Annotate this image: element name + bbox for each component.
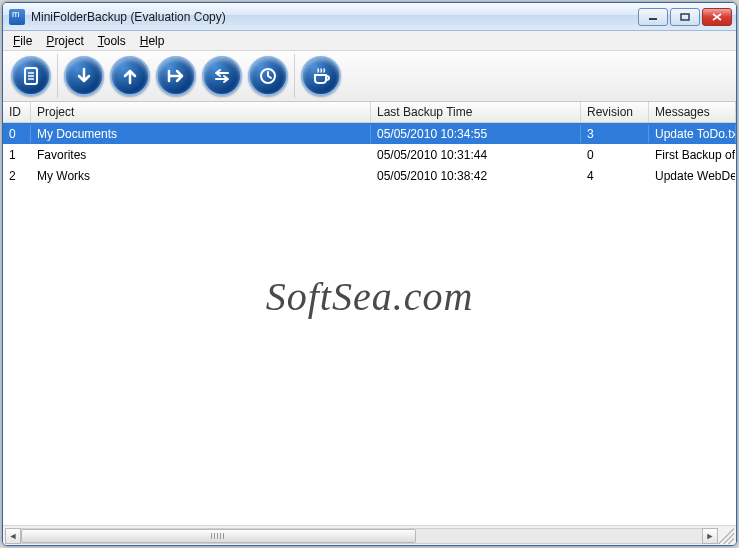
cell-id: 0 (3, 125, 31, 143)
statusbar: ◄ ► (3, 525, 736, 545)
header-revision[interactable]: Revision (581, 102, 649, 122)
close-icon (712, 13, 722, 21)
arrow-up-icon (119, 65, 141, 87)
cell-project: My Works (31, 167, 371, 185)
svg-rect-0 (649, 18, 657, 20)
header-last-backup[interactable]: Last Backup Time (371, 102, 581, 122)
scroll-left-button[interactable]: ◄ (5, 528, 21, 544)
cell-time: 05/05/2010 10:38:42 (371, 167, 581, 185)
close-button[interactable] (702, 8, 732, 26)
minimize-icon (648, 13, 658, 21)
document-button[interactable] (11, 56, 51, 96)
cell-message: Update WebDesign.txt:1. Add N (649, 167, 736, 185)
svg-rect-1 (681, 14, 689, 20)
export-button[interactable] (156, 56, 196, 96)
titlebar[interactable]: MiniFolderBackup (Evaluation Copy) (3, 3, 736, 31)
table-row[interactable]: 1Favorites05/05/2010 10:31:440First Back… (3, 144, 736, 165)
arrow-down-icon (73, 65, 95, 87)
cell-id: 2 (3, 167, 31, 185)
menu-help[interactable]: Help (134, 32, 171, 50)
window-title: MiniFolderBackup (Evaluation Copy) (31, 10, 638, 24)
horizontal-scrollbar[interactable]: ◄ ► (5, 528, 718, 544)
minimize-button[interactable] (638, 8, 668, 26)
cell-revision: 3 (581, 125, 649, 143)
arrow-right-icon (165, 65, 187, 87)
upload-button[interactable] (110, 56, 150, 96)
cell-time: 05/05/2010 10:31:44 (371, 146, 581, 164)
table-row[interactable]: 2My Works05/05/2010 10:38:424Update WebD… (3, 165, 736, 186)
table-header: ID Project Last Backup Time Revision Mes… (3, 102, 736, 123)
app-window: MiniFolderBackup (Evaluation Copy) File … (2, 2, 737, 546)
table-body: 0My Documents05/05/2010 10:34:553Update … (3, 123, 736, 525)
document-icon (20, 65, 42, 87)
download-button[interactable] (64, 56, 104, 96)
cell-revision: 0 (581, 146, 649, 164)
sync-button[interactable] (202, 56, 242, 96)
cell-project: Favorites (31, 146, 371, 164)
sync-arrows-icon (211, 65, 233, 87)
maximize-icon (680, 13, 690, 21)
menubar: File Project Tools Help (3, 31, 736, 51)
header-id[interactable]: ID (3, 102, 31, 122)
resize-grip[interactable] (718, 528, 734, 544)
header-project[interactable]: Project (31, 102, 371, 122)
menu-project[interactable]: Project (40, 32, 89, 50)
table-row[interactable]: 0My Documents05/05/2010 10:34:553Update … (3, 123, 736, 144)
menu-file[interactable]: File (7, 32, 38, 50)
scroll-thumb[interactable] (21, 529, 416, 543)
clock-icon (257, 65, 279, 87)
watermark-text: SoftSea.com (3, 273, 736, 320)
menu-tools[interactable]: Tools (92, 32, 132, 50)
window-controls (638, 8, 732, 26)
coffee-button[interactable] (301, 56, 341, 96)
cell-id: 1 (3, 146, 31, 164)
project-table: ID Project Last Backup Time Revision Mes… (3, 102, 736, 525)
toolbar (3, 51, 736, 102)
app-icon (9, 9, 25, 25)
cell-message: First Backup of Favorites (649, 146, 736, 164)
maximize-button[interactable] (670, 8, 700, 26)
cell-revision: 4 (581, 167, 649, 185)
scroll-track[interactable] (21, 528, 702, 544)
cell-project: My Documents (31, 125, 371, 143)
schedule-button[interactable] (248, 56, 288, 96)
scroll-right-button[interactable]: ► (702, 528, 718, 544)
cell-time: 05/05/2010 10:34:55 (371, 125, 581, 143)
cell-message: Update ToDo.txt. (649, 125, 736, 143)
header-messages[interactable]: Messages (649, 102, 736, 122)
coffee-icon (310, 65, 332, 87)
